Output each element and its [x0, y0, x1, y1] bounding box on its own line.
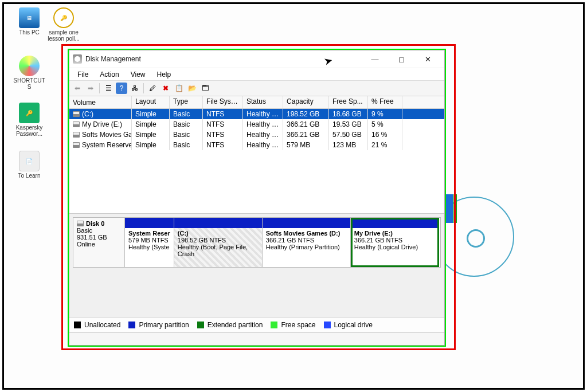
legend-swatch [74, 322, 81, 328]
partition[interactable]: (C:) 198.52 GB NTFS Healthy (Boot, Page … [174, 218, 263, 267]
drive-icon [73, 111, 80, 117]
legend-label: Unallocated [84, 321, 120, 329]
volume-row[interactable]: System ReservedSimpleBasicNTFSHealthy (S… [69, 140, 444, 150]
legend-swatch [197, 322, 204, 328]
vol-capacity: 198.52 GB [283, 109, 329, 119]
partition[interactable]: My Drive (E:) 366.21 GB NTFS Healthy (Lo… [351, 218, 439, 267]
vol-layout: Simple [132, 119, 170, 130]
disk-size: 931.51 GB [77, 234, 121, 241]
partition-status: Healthy (Primary Partition) [266, 244, 347, 250]
menu-view[interactable]: View [125, 69, 151, 80]
partition-stripe [174, 218, 262, 228]
vol-type: Basic [170, 130, 203, 140]
vol-fs: NTFS [203, 119, 243, 130]
partition-size: 198.52 GB NTFS [178, 237, 259, 244]
legend-swatch [324, 322, 331, 328]
partition-name: (C:) [178, 230, 259, 237]
window-title: Disk Management [85, 55, 141, 63]
disk-row[interactable]: Disk 0 Basic 931.51 GB Online System Res… [73, 217, 441, 268]
volume-row[interactable]: (C:)SimpleBasicNTFSHealthy (B...198.52 G… [69, 109, 444, 119]
desktop-icon-label: SHORTCUTS [12, 77, 46, 90]
col-layout[interactable]: Layout [132, 96, 170, 108]
vol-layout: Simple [132, 140, 170, 150]
disk-type: Basic [77, 227, 121, 234]
menu-help[interactable]: Help [151, 69, 177, 80]
vol-capacity: 366.21 GB [283, 130, 329, 140]
fwd-button[interactable]: ➡ [85, 83, 96, 94]
help-button[interactable]: ? [116, 83, 127, 94]
vol-free: 123 MB [329, 140, 368, 150]
disk-icon [77, 221, 84, 226]
desktop-icon-tolearn[interactable]: 📄 To Learn [12, 151, 46, 179]
partition[interactable]: System Reser 579 MB NTFS Healthy (Syste [125, 218, 174, 267]
vol-pct: 16 % [368, 130, 402, 140]
close-button[interactable]: ✕ [414, 50, 441, 68]
vol-status: Healthy (S... [243, 140, 283, 150]
col-filesystem[interactable]: File System [203, 96, 243, 108]
titlebar[interactable]: Disk Management — ◻ ✕ [69, 50, 444, 68]
vol-type: Basic [170, 119, 203, 130]
legend: UnallocatedPrimary partitionExtended par… [69, 317, 444, 332]
volume-header: Volume Layout Type File System Status Ca… [69, 96, 444, 109]
legend-label: Free space [281, 321, 315, 329]
legend-swatch [271, 322, 277, 328]
partition-size: 579 MB NTFS [128, 237, 170, 244]
vol-free: 19.53 GB [329, 119, 368, 130]
col-pctfree[interactable]: % Free [368, 96, 402, 108]
vol-name: Softs Movies Gam... [82, 131, 132, 139]
minimize-button[interactable]: — [362, 50, 388, 68]
volume-row[interactable]: My Drive (E:)SimpleBasicNTFSHealthy (L..… [69, 119, 444, 130]
disk-name: Disk 0 [86, 220, 104, 227]
vol-free: 18.68 GB [329, 109, 368, 119]
vol-type: Basic [170, 140, 203, 150]
action1-button[interactable]: 📋 [173, 83, 185, 94]
vol-status: Healthy (L... [243, 119, 283, 130]
partition-name: System Reser [128, 230, 170, 237]
settings-button[interactable]: 🖉 [147, 83, 158, 94]
volume-row[interactable]: Softs Movies Gam...SimpleBasicNTFSHealth… [69, 130, 444, 140]
vol-name: My Drive (E:) [82, 120, 122, 128]
vol-capacity: 579 MB [283, 140, 329, 150]
legend-label: Logical drive [334, 321, 373, 329]
action3-button[interactable]: 🗔 [199, 83, 211, 94]
back-button[interactable]: ⬅ [72, 83, 83, 94]
col-freespace[interactable]: Free Sp... [329, 96, 368, 108]
disk-graphic-pane: Disk 0 Basic 931.51 GB Online System Res… [69, 214, 444, 317]
disk-status: Online [77, 241, 121, 248]
views-button[interactable]: ☰ [103, 83, 114, 94]
vol-name: System Reserved [82, 141, 132, 149]
desktop-icon-kaspersky[interactable]: 🔑 Kaspersky Passwor... [12, 103, 46, 137]
col-status[interactable]: Status [243, 96, 283, 108]
vol-fs: NTFS [203, 130, 243, 140]
col-type[interactable]: Type [170, 96, 203, 108]
action2-button[interactable]: 📂 [186, 83, 198, 94]
refresh-button[interactable]: 🖧 [129, 83, 140, 94]
delete-button[interactable]: ✖ [160, 83, 171, 94]
toolbar: ⬅ ➡ ☰ ? 🖧 🖉 ✖ 📋 📂 🗔 [69, 80, 444, 96]
menu-action[interactable]: Action [94, 69, 124, 80]
desktop-icon-shortcuts[interactable]: SHORTCUTS [12, 56, 46, 90]
partition-name: Softs Movies Games (D:) [266, 230, 347, 237]
volume-list: Volume Layout Type File System Status Ca… [69, 96, 444, 214]
maximize-button[interactable]: ◻ [388, 50, 414, 68]
menu-file[interactable]: File [72, 69, 94, 80]
legend-label: Extended partition [208, 321, 263, 329]
partition-stripe [351, 218, 439, 228]
partition-size: 366.21 GB NTFS [266, 237, 347, 244]
partition-stripe [263, 218, 350, 228]
desktop-icon-this-pc[interactable]: 🖥 This PC [12, 7, 46, 36]
desktop-icon-sample[interactable]: 🔑 sample one lesson poll... [46, 7, 81, 42]
desktop-icon-label: This PC [12, 29, 46, 36]
vol-name: (C:) [82, 110, 93, 118]
partition-stripe [125, 218, 174, 228]
partition[interactable]: Softs Movies Games (D:) 366.21 GB NTFS H… [263, 218, 351, 267]
vol-status: Healthy (B... [243, 109, 283, 119]
vol-status: Healthy (P... [243, 130, 283, 140]
vol-pct: 21 % [368, 140, 402, 150]
col-capacity[interactable]: Capacity [283, 96, 329, 108]
col-volume[interactable]: Volume [69, 96, 132, 108]
vol-layout: Simple [132, 130, 170, 140]
drive-icon [73, 132, 80, 138]
vol-fs: NTFS [203, 109, 243, 119]
vol-layout: Simple [132, 109, 170, 119]
